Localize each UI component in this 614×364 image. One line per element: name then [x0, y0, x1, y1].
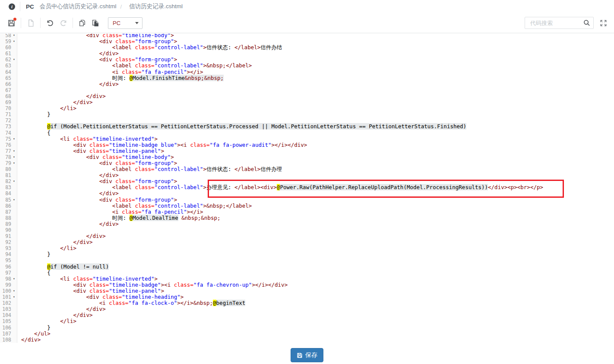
gutter-cell: 75▾	[0, 136, 17, 142]
code-line[interactable]: 67	[0, 87, 614, 93]
copy-button[interactable]	[76, 17, 88, 28]
divider	[73, 18, 73, 28]
code-line[interactable]: 102 <i class="fa fa-clock-o"></i>&nbsp;@…	[0, 300, 614, 306]
code-line[interactable]: 86 <label class="control-label">&nbsp;</…	[0, 203, 614, 209]
code-line[interactable]: 103 </div>	[0, 306, 614, 312]
code-line[interactable]: 64 <i class="fa fa-pencil"></i>	[0, 69, 614, 75]
code-line[interactable]: 79▾ <div class="form-group">	[0, 160, 614, 166]
code-line[interactable]: 92 </div>	[0, 239, 614, 245]
save-file-button[interactable]	[6, 17, 17, 28]
code-line[interactable]: 63 <label class="control-label">&nbsp;</…	[0, 63, 614, 69]
code-line[interactable]: 75▾ <li class="timeline-inverted">	[0, 136, 614, 142]
code-line[interactable]: 70 </li>	[0, 105, 614, 111]
code-line[interactable]: 87 <i class="fa fa-pencil"></i>	[0, 209, 614, 215]
fullscreen-button[interactable]	[600, 19, 607, 27]
line-number: 87	[0, 209, 11, 215]
code-text: {	[17, 130, 51, 136]
code-line[interactable]: 77▾ <div class="timeline-panel">	[0, 148, 614, 154]
code-line[interactable]: 90	[0, 227, 614, 233]
paste-icon	[91, 19, 99, 27]
fold-arrow-icon[interactable]: ▾	[11, 276, 17, 282]
divider	[21, 18, 21, 28]
code-line[interactable]: 99 <div class="timeline-badge"><i class=…	[0, 282, 614, 288]
code-line[interactable]: 104 </div>	[0, 312, 614, 318]
gutter-cell: 68	[0, 93, 17, 99]
fold-arrow-icon[interactable]: ▾	[11, 160, 17, 166]
fold-arrow-icon[interactable]: ▾	[11, 178, 17, 184]
gutter-cell: 102	[0, 300, 17, 306]
gutter-cell: 98▾	[0, 276, 17, 282]
code-line[interactable]: 98▾ <li class="timeline-inverted">	[0, 276, 614, 282]
new-file-button[interactable]	[25, 17, 36, 28]
gutter-cell: 65	[0, 75, 17, 81]
search-button[interactable]	[583, 19, 593, 27]
save-button[interactable]: 保存	[291, 348, 323, 362]
fold-arrow-icon[interactable]: ▾	[11, 34, 17, 38]
info-icon[interactable]: i	[9, 3, 15, 10]
undo-button[interactable]	[44, 17, 55, 28]
annotation-red-box	[208, 180, 564, 198]
fold-arrow-icon[interactable]: ▾	[11, 294, 17, 300]
code-line[interactable]: 68 </div>	[0, 93, 614, 99]
title-bar: i PC 会员中心信访历史记录.cshtml / 信访历史记录.cshtml	[0, 0, 614, 13]
code-line[interactable]: 89 </div>	[0, 221, 614, 227]
fold-arrow-icon[interactable]: ▾	[11, 288, 17, 294]
code-text: </div>	[17, 190, 119, 196]
code-text: @if (Model != null)	[17, 264, 109, 270]
gutter-cell: 106	[0, 325, 17, 331]
line-number: 89	[0, 221, 11, 227]
code-line[interactable]: 101▾ <div class="timeline-heading">	[0, 294, 614, 300]
code-line[interactable]: 76 <div class="timeline-badge blue"><i c…	[0, 142, 614, 148]
code-line[interactable]: 93 </li>	[0, 245, 614, 251]
code-line[interactable]: 59▾ <div class="form-group">	[0, 38, 614, 44]
code-text	[17, 257, 21, 263]
gutter-cell: 64	[0, 69, 17, 75]
gutter-cell: 100▾	[0, 288, 17, 294]
code-line[interactable]: 69 </div>	[0, 99, 614, 105]
line-number: 107	[0, 331, 11, 337]
redo-button[interactable]	[58, 17, 69, 28]
code-line[interactable]: 66 </div>	[0, 81, 614, 87]
gutter-cell: 80	[0, 166, 17, 172]
code-line[interactable]: 78▾ <div class="timeline-body">	[0, 154, 614, 160]
fold-arrow-icon[interactable]: ▾	[11, 38, 17, 44]
code-line[interactable]: 60 <label class="control-label">信件状态: </…	[0, 44, 614, 51]
code-line[interactable]: 74 {	[0, 130, 614, 136]
code-line[interactable]: 96 @if (Model != null)	[0, 264, 614, 270]
fold-arrow-icon[interactable]: ▾	[11, 154, 17, 160]
line-number: 77	[0, 148, 11, 154]
code-line[interactable]: 72	[0, 117, 614, 123]
code-line[interactable]: 91 </div>	[0, 233, 614, 239]
fold-arrow-icon[interactable]: ▾	[11, 197, 17, 203]
gutter-cell: 79▾	[0, 160, 17, 166]
code-line[interactable]: 88 时间: @Model.DealTime &nbsp;&nbsp;	[0, 215, 614, 221]
code-line[interactable]: 81 </div>	[0, 172, 614, 178]
code-line[interactable]: 73 @if (Model.PetitionLetterStatus == Pe…	[0, 123, 614, 130]
fold-arrow-icon[interactable]: ▾	[11, 136, 17, 142]
code-line[interactable]: 105 </li>	[0, 318, 614, 324]
breadcrumb: 会员中心信访历史记录.cshtml / 信访历史记录.cshtml	[34, 3, 183, 10]
code-line[interactable]: 107 </ul>	[0, 331, 614, 337]
code-line[interactable]: 108</div>	[0, 337, 614, 343]
code-text: <div class="form-group">	[17, 197, 177, 203]
device-select[interactable]: PC	[108, 17, 142, 29]
fold-arrow-icon[interactable]: ▾	[11, 57, 17, 63]
gutter-cell: 61	[0, 51, 17, 57]
code-line[interactable]: 100▾ <div class="timeline-panel">	[0, 288, 614, 294]
code-line[interactable]: 80 <label class="control-label">信件状态: </…	[0, 166, 614, 172]
code-line[interactable]: 71 }	[0, 111, 614, 117]
code-search-input[interactable]	[529, 19, 583, 27]
gutter-cell: 95	[0, 257, 17, 263]
code-line[interactable]: 61 </div>	[0, 51, 614, 57]
code-text: <div class="timeline-heading">	[17, 294, 184, 300]
code-line[interactable]: 106 }	[0, 325, 614, 331]
code-line[interactable]: 97 {	[0, 270, 614, 276]
code-line[interactable]: 94 }	[0, 251, 614, 257]
fold-arrow-icon[interactable]: ▾	[11, 148, 17, 154]
paste-button[interactable]	[89, 17, 101, 28]
line-number: 93	[0, 245, 11, 251]
code-line[interactable]: 95	[0, 257, 614, 263]
code-line[interactable]: 62▾ <div class="form-group">	[0, 57, 614, 63]
gutter-cell: 88	[0, 215, 17, 221]
code-line[interactable]: 65 时间: @Model.FinishTime&nbsp;&nbsp;	[0, 75, 614, 81]
